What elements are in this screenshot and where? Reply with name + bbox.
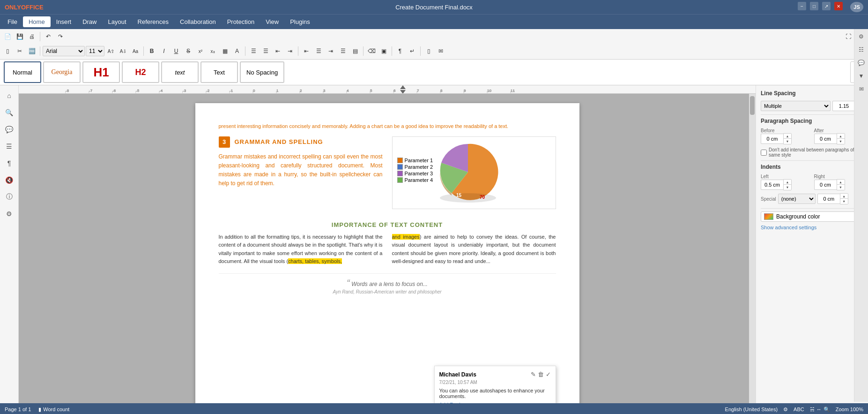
scroll-thumb[interactable] [750, 96, 755, 115]
sidebar-comment-icon[interactable]: 💬 [3, 123, 16, 136]
add-reply-button[interactable]: Add Reply [439, 402, 551, 403]
menu-insert[interactable]: Insert [51, 16, 77, 27]
special-up[interactable]: ▲ [840, 194, 848, 199]
strikethrough-button[interactable]: S [183, 45, 194, 57]
menu-protection[interactable]: Protection [222, 16, 260, 27]
before-up[interactable]: ▲ [784, 134, 791, 139]
maximize-button[interactable]: ↗ [822, 2, 831, 10]
font-color-button[interactable]: A [231, 45, 243, 57]
font-family-select[interactable]: Arial Georgia Times New Roman [43, 46, 85, 56]
language-icon[interactable]: ⚙ [783, 406, 788, 413]
right-mail2-icon[interactable]: ✉ [856, 83, 867, 95]
line-spacing-button[interactable]: ▤ [349, 45, 361, 57]
sidebar-search-icon[interactable]: 🔍 [3, 106, 16, 119]
spell-check-icon[interactable]: ABC [794, 406, 804, 412]
sidebar-settings-icon[interactable]: ⚙ [3, 207, 16, 220]
restore-button[interactable]: □ [810, 2, 818, 10]
menu-file[interactable]: File [2, 16, 23, 27]
right-plugin-icon[interactable]: ▼ [856, 70, 867, 82]
style-text-normal[interactable]: Text [200, 61, 238, 83]
copy-button[interactable]: ▯ [2, 45, 13, 57]
change-case-button[interactable]: Aa [130, 45, 141, 57]
menu-home[interactable]: Home [23, 16, 51, 27]
right-grid-icon[interactable]: ☷ [856, 44, 867, 55]
right-settings-icon[interactable]: ⚙ [856, 31, 867, 42]
dont-add-interval-checkbox[interactable] [761, 150, 767, 156]
language-selector[interactable]: English (United States) [725, 406, 778, 412]
italic-button[interactable]: I [158, 45, 170, 57]
bullets-button[interactable]: ☰ [248, 45, 259, 57]
indent-left-value[interactable] [761, 180, 783, 190]
special-down[interactable]: ▼ [840, 199, 848, 204]
line-spacing-value[interactable] [832, 101, 855, 111]
after-down[interactable]: ▼ [837, 139, 845, 144]
decrease-indent-button[interactable]: ⇤ [272, 45, 283, 57]
doc-scroll[interactable]: present interesting information concisel… [19, 94, 756, 403]
comment-delete-button[interactable]: 🗑 [538, 371, 544, 378]
style-h2[interactable]: H2 [122, 61, 159, 83]
align-justify-button[interactable]: ☰ [337, 45, 349, 57]
layout-zoom-out-icon[interactable]: 🔍 [823, 406, 830, 413]
style-text-italic[interactable]: text [161, 61, 199, 83]
save-button[interactable]: 💾 [14, 31, 25, 42]
indent-left-up[interactable]: ▲ [784, 180, 791, 185]
sidebar-info-icon[interactable]: ⓘ [3, 190, 16, 203]
menu-plugins[interactable]: Plugins [284, 16, 316, 27]
align-left-button[interactable]: ⇤ [301, 45, 312, 57]
special-value[interactable] [817, 194, 840, 204]
spacing-after-value[interactable] [814, 134, 837, 144]
style-normal[interactable]: Normal [4, 61, 41, 83]
style-h1[interactable]: H1 [82, 61, 120, 83]
bold-button[interactable]: B [146, 45, 157, 57]
right-comment2-icon[interactable]: 💬 [856, 57, 867, 68]
close-button[interactable]: ✕ [834, 2, 843, 10]
show-advanced-link[interactable]: Show advanced settings [761, 225, 863, 230]
mail-button[interactable]: ✉ [435, 45, 446, 57]
minimize-button[interactable]: − [798, 2, 806, 10]
new-button[interactable]: 📄 [2, 31, 13, 42]
menu-collaboration[interactable]: Collaboration [174, 16, 222, 27]
special-select[interactable]: (none) First line Hanging [778, 194, 816, 204]
sidebar-home-icon[interactable]: ⌂ [3, 89, 16, 102]
page-color-button[interactable]: ▣ [378, 45, 389, 57]
spacing-before-value[interactable] [761, 134, 783, 144]
style-no-spacing[interactable]: No Spacing [240, 61, 284, 83]
user-avatar[interactable]: JS [850, 2, 863, 12]
vertical-scrollbar[interactable] [749, 94, 756, 403]
word-count[interactable]: ▮ Word count [38, 406, 69, 413]
format-painter-button[interactable]: 🆓 [26, 45, 37, 57]
subscript-button[interactable]: x₂ [207, 45, 218, 57]
pilcrow-button[interactable]: ¶ [394, 45, 406, 57]
superscript-button[interactable]: x² [195, 45, 206, 57]
nonprint-button[interactable]: ↵ [407, 45, 418, 57]
background-color-row[interactable]: Background color [761, 211, 863, 222]
indent-right-value[interactable] [814, 180, 837, 190]
comment-resolve-button[interactable]: ✓ [546, 371, 551, 378]
undo-button[interactable]: ↶ [43, 31, 54, 42]
after-up[interactable]: ▲ [837, 134, 845, 139]
cut-button[interactable]: ✂ [14, 45, 25, 57]
indent-right-down[interactable]: ▼ [837, 185, 845, 190]
underline-button[interactable]: U [171, 45, 182, 57]
increase-indent-button[interactable]: ⇥ [284, 45, 296, 57]
menu-view[interactable]: View [260, 16, 284, 27]
sidebar-paragraph-icon[interactable]: ¶ [3, 157, 16, 170]
menu-draw[interactable]: Draw [77, 16, 102, 27]
menu-references[interactable]: References [132, 16, 174, 27]
redo-button[interactable]: ↷ [55, 31, 66, 42]
align-center-button[interactable]: ☰ [313, 45, 324, 57]
style-georgia[interactable]: Georgia [43, 61, 81, 83]
print-button[interactable]: 🖨 [26, 31, 37, 42]
indent-right-up[interactable]: ▲ [837, 180, 845, 185]
increase-font-button[interactable]: A⇧ [105, 45, 117, 57]
indent-left-down[interactable]: ▼ [784, 185, 791, 190]
copy2-button[interactable]: ▯ [423, 45, 434, 57]
clear-format-button[interactable]: ⌫ [366, 45, 377, 57]
decrease-font-button[interactable]: A⇩ [118, 45, 129, 57]
layout-page-icon[interactable]: ☵ [810, 406, 815, 413]
before-down[interactable]: ▼ [784, 139, 791, 144]
highlight-button[interactable]: ▦ [219, 45, 230, 57]
layout-fit-icon[interactable]: ↔ [816, 406, 822, 413]
sidebar-list-icon[interactable]: ☰ [3, 140, 16, 153]
numbering-button[interactable]: ☰ [260, 45, 271, 57]
